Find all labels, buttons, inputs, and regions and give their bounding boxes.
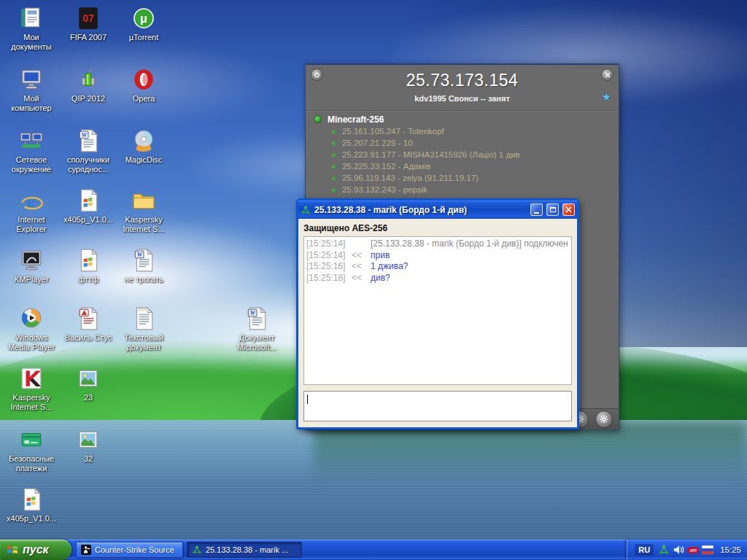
desktop-icon-7[interactable]: Wсполучники суряднос... — [61, 128, 115, 174]
network-member-row[interactable]: ★25.223.91.177 - MISHA31415926 (Лаціо) 1… — [306, 149, 619, 160]
desktop-icon-label: x405p_V1.0... — [7, 514, 56, 524]
desktop-icon-6[interactable]: Сетевое окружение — [4, 128, 58, 174]
desktop-icon-11[interactable]: Kaspersky Internet S... — [117, 188, 171, 234]
desktop-icon-label: Kaspersky Internet S... — [117, 215, 171, 234]
cs-icon — [81, 545, 91, 555]
message-text: [25.133.28.38 - marik (Бордо 1-й див)] п… — [371, 238, 568, 250]
desktop-icon-17[interactable]: Текстовый документ — [117, 306, 171, 352]
taskbar-task-1[interactable]: 25.133.28.38 - marik ... — [187, 542, 302, 558]
desktop-icon-4[interactable]: QIP 2012 — [61, 67, 115, 104]
desktop-icon-20[interactable]: 23 — [61, 366, 115, 402]
message-text: прив — [371, 250, 390, 262]
chat-message-row: [15:25:14]<<прив — [306, 250, 569, 262]
desktop-icon-22[interactable]: 32 — [61, 427, 115, 464]
start-button-label: пуск — [23, 543, 49, 556]
desktop-icon-1[interactable]: 07FIFA 2007 — [61, 6, 115, 42]
desktop-icon-14[interactable]: Wне трогать — [117, 248, 171, 284]
message-timestamp: [15:25:14] — [306, 250, 352, 262]
star-icon[interactable]: ★ — [602, 90, 611, 104]
member-label: 25.96.119.143 - zelya (91.211.19.17) — [342, 174, 479, 182]
maximize-button[interactable] — [546, 203, 559, 216]
desktop-icon-12[interactable]: KMPlayer — [4, 248, 58, 284]
chat-message-list[interactable]: [15:25:14][25.133.28.38 - marik (Бордо 1… — [303, 236, 572, 385]
my-documents-icon — [19, 6, 44, 31]
desktop-icon-label: Мой компьютер — [4, 94, 58, 113]
desktop-icon-5[interactable]: Opera — [117, 67, 171, 104]
desktop-icon-13[interactable]: фттф — [61, 248, 115, 284]
opera-icon — [131, 67, 156, 92]
hamachi-icon[interactable] — [658, 544, 670, 556]
fifa-icon: 07 — [76, 6, 101, 31]
settings-gear-button[interactable] — [595, 411, 613, 428]
desktop-icon-label: MagicDisc — [125, 155, 163, 165]
desktop-icon-19[interactable]: Kaspersky Internet S... — [4, 366, 58, 412]
network-member-row[interactable]: ★25.96.119.143 - zelya (91.211.19.17) — [306, 172, 619, 184]
desktop-icon-3[interactable]: Мой компьютер — [4, 67, 58, 113]
folder-icon — [131, 188, 156, 213]
desktop-icon-label: Безопасные платежи — [4, 454, 58, 473]
start-button[interactable]: пуск — [0, 540, 71, 560]
hamachi-close-button[interactable] — [601, 69, 614, 81]
desktop-icon-23[interactable]: x405p_V1.0... — [4, 487, 58, 524]
network-online-dot-icon — [314, 115, 322, 123]
safe-money-icon — [19, 427, 44, 452]
kmplayer-icon — [19, 248, 44, 273]
desktop-icon-10[interactable]: x405p_V1.0... — [61, 188, 115, 225]
network-member-row[interactable]: ★25.225.33.152 - Адамів — [306, 160, 619, 172]
desktop-icon-label: Kaspersky Internet S... — [4, 393, 58, 412]
hamachi-icon — [301, 205, 311, 215]
desktop-icon-label: Документ Microsoft... — [230, 333, 284, 352]
desktop-icon-label: Internet Explorer — [4, 215, 58, 234]
minimize-button[interactable] — [530, 203, 543, 216]
network-member-row[interactable]: ★25.161.105.247 - Totenkopf — [306, 125, 619, 137]
desktop-icon-8[interactable]: MagicDisc — [117, 128, 171, 165]
network-member-row[interactable]: ★25.207.21.229 - 10 — [306, 137, 619, 149]
message-direction: << — [352, 273, 371, 284]
qip-icon — [76, 67, 101, 92]
network-member-row[interactable]: ★25.93.132.243 - pepsik — [306, 184, 619, 195]
desktop-icon-9[interactable]: eInternet Explorer — [4, 188, 58, 234]
task-label: Counter-Strike Source — [95, 545, 174, 554]
desktop-icon-21[interactable]: Безопасные платежи — [4, 427, 58, 473]
message-direction: << — [352, 261, 371, 273]
desktop-icon-label: 32 — [84, 454, 93, 464]
hamachi-user-status: kdv1995 Свонси -- занят — [306, 90, 619, 103]
taskbar: пуск Counter-Strike Source25.133.28.38 -… — [0, 540, 747, 560]
my-computer-icon — [19, 67, 44, 92]
image-file-icon — [76, 366, 101, 391]
desktop-icon-2[interactable]: µµTorrent — [117, 6, 171, 42]
desktop-icon-label: x405p_V1.0... — [63, 215, 113, 225]
ru-flag-icon[interactable] — [702, 544, 713, 556]
desktop-icon-label: не трогать — [125, 275, 163, 284]
desktop-icon-0[interactable]: Мои документы — [4, 6, 58, 52]
word-doc-icon: W — [131, 248, 156, 273]
desktop-icon-18[interactable]: WДокумент Microsoft... — [230, 306, 284, 352]
taskbar-task-0[interactable]: Counter-Strike Source — [76, 542, 183, 558]
network-list: Minecraft-256 ★25.161.105.247 - Totenkop… — [306, 111, 619, 207]
chat-input[interactable] — [303, 391, 572, 421]
desktop-icon-label: Windows Media Player — [4, 333, 58, 352]
desktop-icon-16[interactable]: Василь Стус — [61, 306, 115, 343]
chat-message-row: [15:25:14][25.133.28.38 - marik (Бордо 1… — [306, 238, 569, 250]
desktop-icon-label: KMPlayer — [14, 275, 49, 284]
magicdisc-icon — [131, 128, 156, 153]
desktop-icon-label: Сетевое окружение — [4, 155, 58, 174]
member-label: 25.207.21.229 - 10 — [342, 139, 413, 147]
volume-icon[interactable] — [673, 544, 684, 556]
desktop-icon-15[interactable]: Windows Media Player — [4, 306, 58, 352]
network-row[interactable]: Minecraft-256 — [306, 113, 619, 125]
message-direction — [352, 238, 371, 250]
power-button[interactable] — [311, 69, 323, 81]
member-star-icon: ★ — [330, 186, 337, 194]
text-caret — [307, 394, 308, 404]
desktop-icon-label: Мои документы — [4, 33, 58, 52]
language-indicator[interactable]: RU — [635, 544, 654, 556]
svg-text:ATI: ATI — [689, 548, 697, 553]
close-button[interactable] — [562, 203, 575, 216]
message-direction: << — [352, 250, 371, 262]
member-label: 25.161.105.247 - Totenkopf — [342, 127, 444, 136]
ati-icon[interactable]: ATI — [687, 544, 699, 556]
message-timestamp: [15:25:14] — [306, 238, 352, 250]
word-doc-icon: W — [244, 306, 269, 331]
chat-title-bar[interactable]: 25.133.28.38 - marik (Бордо 1-й див) — [298, 201, 577, 219]
